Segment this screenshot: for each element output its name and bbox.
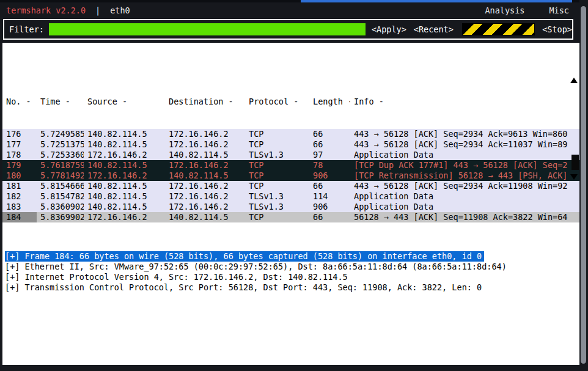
filter-input[interactable] — [49, 23, 366, 35]
app-title: termshark v2.2.0 — [6, 6, 86, 16]
packet-row-176[interactable]: 1765.7249585140.82.114.5172.16.146.2TCP6… — [2, 129, 579, 139]
packet-row-177[interactable]: 1775.7251375140.82.114.5172.16.146.2TCP6… — [2, 139, 579, 150]
cell-time: 5.8369902 — [37, 212, 84, 222]
cell-info: Application Data — [350, 191, 579, 202]
packet-row-179[interactable]: 1795.7618759140.82.114.5172.16.146.2TCP7… — [2, 160, 579, 171]
apply-button[interactable]: <Apply> — [372, 24, 406, 35]
menu-bar: Analysis Misc — [485, 6, 569, 16]
stop-button[interactable]: <Stop> — [542, 24, 572, 35]
packet-row-180[interactable]: 1805.7781492172.16.146.2140.82.114.5TCP9… — [2, 171, 579, 181]
cell-proto: TLSv1.3 — [245, 202, 309, 212]
cell-src: 140.82.114.5 — [84, 129, 165, 139]
cell-info: Application Data — [350, 150, 579, 160]
cell-len: 66 — [309, 129, 350, 139]
cell-info: [TCP Dup ACK 177#1] 443 → 56128 [ACK] Se… — [350, 160, 579, 171]
termshark-app-window: termshark v2.2.0 | eth0 Analysis Misc Fi… — [0, 0, 588, 371]
packet-row-178[interactable]: 1785.7253360172.16.146.2140.82.114.5TLSv… — [2, 150, 579, 160]
column-header-proto[interactable]: Protocol - — [245, 97, 309, 108]
cell-no: 182 — [2, 191, 37, 202]
cell-len: 66 — [309, 139, 350, 150]
column-header-no[interactable]: No. - — [2, 97, 37, 108]
column-header-info[interactable]: Info - — [350, 97, 579, 108]
scroll-down-arrow-icon[interactable] — [570, 174, 578, 180]
cell-len: 66 — [309, 181, 350, 191]
packet-list-pane: No. -Time -Source -Destination -Protocol… — [2, 74, 579, 182]
cell-proto: TCP — [245, 181, 309, 191]
cell-no: 184 — [2, 212, 37, 222]
cell-proto: TCP — [245, 212, 309, 222]
expander-icon[interactable]: [+] — [5, 251, 20, 261]
cell-proto: TLSv1.3 — [245, 191, 309, 202]
cell-info: 443 → 56128 [ACK] Seq=2934 Ack=11908 Win… — [350, 181, 579, 191]
cell-src: 172.16.146.2 — [84, 171, 165, 181]
filter-label: Filter: — [9, 24, 44, 35]
cell-time: 5.8154666 — [37, 181, 84, 191]
structure-line-1[interactable]: [+]Frame 184: 66 bytes on wire (528 bits… — [2, 251, 579, 262]
recent-button[interactable]: <Recent> — [414, 24, 454, 35]
column-header-time[interactable]: Time - — [37, 97, 84, 108]
cell-no: 183 — [2, 202, 37, 212]
cell-proto: TCP — [245, 171, 309, 181]
structure-line-text: Ethernet II, Src: VMware_97:52:65 (00:0c… — [24, 262, 506, 271]
menu-analysis[interactable]: Analysis — [485, 6, 524, 16]
structure-line-wrap: [+]Transmission Control Protocol, Src Po… — [5, 282, 484, 293]
structure-line-2[interactable]: [+]Ethernet II, Src: VMware_97:52:65 (00… — [2, 262, 579, 272]
cell-time: 5.7253360 — [37, 150, 84, 160]
cell-len: 97 — [309, 150, 350, 160]
packet-row-184[interactable]: 1845.8369902172.16.146.2140.82.114.5TCP6… — [2, 212, 579, 222]
cell-info: 443 → 56128 [ACK] Seq=2934 Ack=11037 Win… — [350, 139, 579, 150]
cell-src: 140.82.114.5 — [84, 181, 165, 191]
cell-info: 443 → 56128 [ACK] Seq=2934 Ack=9613 Win=… — [350, 129, 579, 139]
cell-proto: TCP — [245, 129, 309, 139]
cell-no: 179 — [2, 160, 37, 171]
structure-line-4[interactable]: [+]Transmission Control Protocol, Src Po… — [2, 282, 579, 293]
cell-info: Application Data — [350, 202, 579, 212]
capture-interface-label: eth0 — [110, 6, 130, 16]
packet-row-181[interactable]: 1815.8154666140.82.114.5172.16.146.2TCP6… — [2, 181, 579, 191]
cell-time: 5.8360902 — [37, 202, 84, 212]
filter-bar: Filter: <Apply> <Recent> <Stop> — [3, 19, 573, 40]
cell-no: 178 — [2, 150, 37, 160]
column-header-dst[interactable]: Destination - — [165, 97, 245, 108]
menu-misc[interactable]: Misc — [549, 6, 569, 16]
cell-time: 5.8154782 — [37, 191, 84, 202]
column-header-src[interactable]: Source - — [84, 97, 165, 108]
cell-proto: TCP — [245, 139, 309, 150]
cell-no: 180 — [2, 171, 37, 181]
cell-len: 78 — [309, 160, 350, 171]
main-panes: No. -Time -Source -Destination -Protocol… — [2, 43, 579, 365]
cell-len: 66 — [309, 212, 350, 222]
cell-dst: 172.16.146.2 — [165, 129, 245, 139]
cell-proto: TLSv1.3 — [245, 150, 309, 160]
packet-list-scrollbar-thumb[interactable] — [571, 155, 579, 170]
cell-len: 114 — [309, 191, 350, 202]
cell-dst: 172.16.146.2 — [165, 139, 245, 150]
cell-src: 140.82.114.5 — [84, 139, 165, 150]
cell-src: 140.82.114.5 — [84, 160, 165, 171]
expander-icon[interactable]: [+] — [5, 282, 20, 292]
packet-row-183[interactable]: 1835.8360902140.82.114.5172.16.146.2TLSv… — [2, 202, 579, 212]
cell-src: 140.82.114.5 — [84, 191, 165, 202]
cell-no: 176 — [2, 129, 37, 139]
scroll-up-arrow-icon[interactable] — [570, 78, 578, 83]
titlebar: termshark v2.2.0 | eth0 Analysis Misc — [0, 2, 588, 18]
cell-time: 5.7618759 — [37, 160, 84, 171]
packet-list-header: No. -Time -Source -Destination -Protocol… — [2, 97, 579, 108]
cell-info: [TCP Retransmission] 56128 → 443 [PSH, A… — [350, 171, 579, 181]
column-header-len[interactable]: Length - — [309, 97, 350, 108]
packet-row-182[interactable]: 1825.8154782140.82.114.5172.16.146.2TLSv… — [2, 191, 579, 202]
cell-dst: 172.16.146.2 — [165, 181, 245, 191]
cell-src: 140.82.114.5 — [84, 202, 165, 212]
structure-line-3[interactable]: [+]Internet Protocol Version 4, Src: 172… — [2, 272, 579, 282]
structure-line-wrap: [+]Ethernet II, Src: VMware_97:52:65 (00… — [5, 262, 509, 272]
expander-icon[interactable]: [+] — [5, 262, 20, 271]
title-separator: | — [95, 6, 100, 16]
structure-line-wrap: [+]Frame 184: 66 bytes on wire (528 bits… — [5, 251, 484, 262]
cell-time: 5.7251375 — [37, 139, 84, 150]
cell-no: 181 — [2, 181, 37, 191]
expander-icon[interactable]: [+] — [5, 272, 20, 282]
packet-structure-pane: [+]Frame 184: 66 bytes on wire (528 bits… — [2, 249, 579, 358]
cell-dst: 140.82.114.5 — [165, 150, 245, 160]
cell-dst: 140.82.114.5 — [165, 171, 245, 181]
terminal-scrollbar-thumb[interactable] — [581, 6, 586, 364]
